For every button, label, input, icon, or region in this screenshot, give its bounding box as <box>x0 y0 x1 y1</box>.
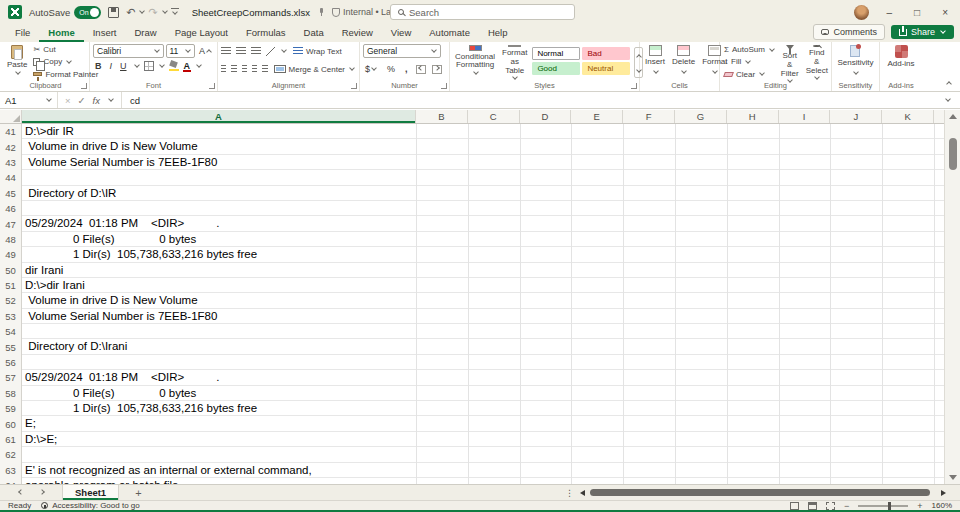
scroll-right-icon[interactable] <box>941 490 946 496</box>
font-color-button[interactable]: A <box>183 61 192 71</box>
scroll-left-icon[interactable] <box>580 490 585 496</box>
document-title[interactable]: SheetCreepCommands.xlsx <box>192 7 310 18</box>
cell-A50[interactable]: dir Irani <box>22 263 416 278</box>
row-header-43[interactable]: 43 <box>0 155 22 170</box>
page-break-view-icon[interactable] <box>826 502 835 510</box>
avatar[interactable] <box>854 5 869 20</box>
italic-button[interactable]: I <box>108 61 115 71</box>
row-header-62[interactable]: 62 <box>0 447 22 462</box>
number-format-select[interactable]: General <box>363 44 441 58</box>
row-header-49[interactable]: 49 <box>0 247 22 262</box>
paste-button[interactable]: Paste <box>5 44 29 80</box>
pin-icon[interactable] <box>317 8 325 16</box>
select-all-button[interactable] <box>0 110 22 123</box>
column-header-i[interactable]: I <box>779 110 831 123</box>
vertical-scrollbar[interactable] <box>944 110 960 484</box>
tab-view[interactable]: View <box>382 25 420 42</box>
cell-A46[interactable] <box>22 201 416 216</box>
align-middle-icon[interactable] <box>236 47 246 55</box>
sheet-options-icon[interactable]: ⋮ <box>559 488 580 498</box>
comments-button[interactable]: Comments <box>813 24 885 40</box>
wrap-text-button[interactable]: Wrap Text <box>292 45 343 57</box>
status-mode[interactable]: Ready <box>8 501 31 510</box>
tab-data[interactable]: Data <box>295 25 333 42</box>
column-header-g[interactable]: G <box>675 110 727 123</box>
tab-automate[interactable]: Automate <box>420 25 479 42</box>
style-good[interactable]: Good <box>532 62 580 75</box>
formula-input[interactable]: cd <box>122 95 944 106</box>
row-header-56[interactable]: 56 <box>0 355 22 370</box>
column-header-k[interactable]: K <box>882 110 934 123</box>
horizontal-scroll-thumb[interactable] <box>590 489 930 496</box>
row-header-46[interactable]: 46 <box>0 201 22 216</box>
row-header-41[interactable]: 41 <box>0 124 22 139</box>
minimize-button[interactable]: – <box>883 7 897 18</box>
cell-A52[interactable]: Volume in drive D is New Volume <box>22 293 416 308</box>
scroll-down-icon[interactable] <box>949 475 957 480</box>
scroll-up-icon[interactable] <box>949 114 957 119</box>
tab-help[interactable]: Help <box>479 25 517 42</box>
row-header-45[interactable]: 45 <box>0 186 22 201</box>
column-header-b[interactable]: B <box>416 110 468 123</box>
maximize-button[interactable]: □ <box>910 7 924 18</box>
cell-A57[interactable]: 05/29/2024 01:18 PM <DIR> . <box>22 370 416 385</box>
number-dialog-launcher-icon[interactable] <box>441 83 447 89</box>
row-header-51[interactable]: 51 <box>0 278 22 293</box>
save-icon[interactable] <box>108 7 119 18</box>
cell-A48[interactable]: 0 File(s) 0 bytes <box>22 232 416 247</box>
enter-icon[interactable]: ✓ <box>78 95 86 106</box>
autosum-button[interactable]: ΣAutoSum <box>723 44 776 55</box>
align-bottom-icon[interactable] <box>251 47 261 55</box>
column-header-e[interactable]: E <box>571 110 623 123</box>
conditional-formatting-button[interactable]: Conditional Formatting <box>453 44 497 80</box>
insert-function-icon[interactable]: fx <box>93 95 100 106</box>
column-header-h[interactable]: H <box>727 110 779 123</box>
customize-toolbar-icon[interactable] <box>171 8 179 17</box>
row-header-54[interactable]: 54 <box>0 324 22 339</box>
cell-A49[interactable]: 1 Dir(s) 105,738,633,216 bytes free <box>22 247 416 262</box>
align-left-icon[interactable] <box>221 65 226 73</box>
row-header-48[interactable]: 48 <box>0 232 22 247</box>
style-neutral[interactable]: Neutral <box>582 62 630 75</box>
tab-draw[interactable]: Draw <box>125 25 165 42</box>
cell-A45[interactable]: Directory of D:\IR <box>22 186 416 201</box>
excel-logo-icon[interactable] <box>8 5 22 19</box>
merge-center-button[interactable]: Merge & Center <box>273 63 356 75</box>
grow-font-button[interactable]: A <box>197 46 214 56</box>
borders-icon[interactable] <box>144 61 154 71</box>
redo-button[interactable]: ↷ <box>148 6 157 19</box>
zoom-slider[interactable] <box>858 505 908 507</box>
sensitivity-button[interactable]: Sensitivity <box>835 44 875 80</box>
cell-A62[interactable] <box>22 447 416 462</box>
alignment-dialog-launcher-icon[interactable] <box>351 83 357 89</box>
cell-A44[interactable] <box>22 170 416 185</box>
sort-filter-button[interactable]: Sort & Filter <box>779 44 801 80</box>
cell-A60[interactable]: E; <box>22 416 416 431</box>
row-header-59[interactable]: 59 <box>0 401 22 416</box>
formula-bar-expand-icon[interactable] <box>945 96 951 102</box>
name-box[interactable]: A1 <box>0 92 58 108</box>
autosave-control[interactable]: AutoSave On <box>29 6 101 19</box>
row-header-57[interactable]: 57 <box>0 370 22 385</box>
row-header-50[interactable]: 50 <box>0 263 22 278</box>
cell-A59[interactable]: 1 Dir(s) 105,738,633,216 bytes free <box>22 401 416 416</box>
row-header-60[interactable]: 60 <box>0 416 22 431</box>
vertical-scroll-thumb[interactable] <box>949 138 957 170</box>
page-layout-view-icon[interactable] <box>808 502 817 510</box>
align-center-icon[interactable] <box>231 65 236 73</box>
row-header-63[interactable]: 63 <box>0 463 22 478</box>
fill-color-icon[interactable] <box>169 61 179 71</box>
column-header-a[interactable]: A <box>22 110 416 123</box>
increase-decimal-icon[interactable] <box>416 65 426 74</box>
add-sheet-button[interactable]: + <box>135 487 141 499</box>
search-input[interactable]: Search <box>390 4 575 20</box>
find-select-button[interactable]: Find & Select <box>804 44 830 80</box>
underline-button[interactable]: U <box>118 61 129 71</box>
tab-page-layout[interactable]: Page Layout <box>166 25 237 42</box>
close-button[interactable]: × <box>938 7 952 18</box>
cell-A47[interactable]: 05/29/2024 01:18 PM <DIR> . <box>22 216 416 231</box>
font-size-select[interactable]: 11 <box>166 44 195 58</box>
fill-button[interactable]: ↓Fill <box>723 56 776 67</box>
row-header-55[interactable]: 55 <box>0 339 22 354</box>
zoom-slider-knob[interactable] <box>888 502 891 510</box>
